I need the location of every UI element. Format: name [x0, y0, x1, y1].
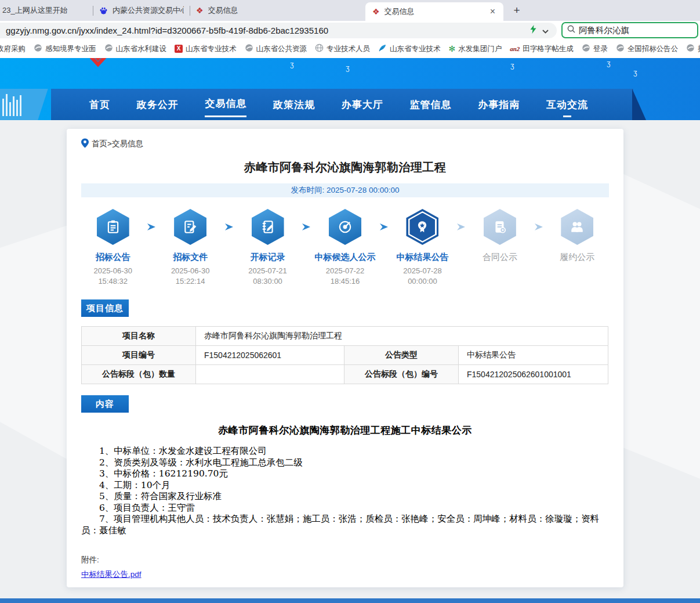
- nav-item-guide[interactable]: 办事指南: [478, 93, 520, 117]
- bookmark-item[interactable]: 山东省水利建设: [104, 44, 167, 54]
- attachment-pdf-link[interactable]: 中标结果公告.pdf: [81, 569, 142, 580]
- tab-trade-info-background[interactable]: ❖ 交易信息: [190, 0, 351, 21]
- bookmark-item[interactable]: 山东省专业技术: [378, 44, 441, 54]
- section-code-value: F1504212025062601001001: [459, 365, 608, 384]
- tab-baidu-search[interactable]: 内蒙公共资源交易中心官网_百度: [93, 0, 190, 21]
- page-title: 赤峰市阿鲁科尔沁旗陶海郭勒治理工程: [81, 160, 609, 175]
- project-name-label: 项目名称: [82, 327, 196, 346]
- globe-icon: [34, 44, 42, 54]
- site-logo-icon: ❖: [196, 6, 204, 15]
- site-header: ʒ ʒ ʒ ʒ ʒ 首页 政务公开 交易信息 政策法规 办事大厅 监管信息 办事…: [0, 58, 700, 120]
- bookmark-item[interactable]: 感知境界专业面: [34, 44, 96, 54]
- step-performance-publicity: 履约公示: [546, 209, 609, 286]
- globe-icon: [582, 44, 590, 54]
- url-field[interactable]: ggzyjy.nmg.gov.cn/jyxx/index_24.html?id=…: [0, 23, 557, 38]
- content-line: 5、质量：符合国家及行业标准: [81, 491, 609, 503]
- search-icon: [567, 25, 575, 35]
- project-code-label: 项目编号: [82, 346, 196, 365]
- new-tab-button[interactable]: +: [509, 3, 524, 19]
- bookmark-item[interactable]: 山东省公共资源: [245, 44, 307, 54]
- tab-trade-info-active[interactable]: ❖ 交易信息 ×: [365, 2, 503, 21]
- arrow-right-icon: [222, 223, 236, 286]
- step-tender-announcement[interactable]: 招标公告 2025-06-30 15:48:32: [81, 209, 144, 286]
- bookmark-item[interactable]: ✻水发集团门户: [449, 44, 502, 54]
- nav-item-service-hall[interactable]: 办事大厅: [342, 93, 383, 117]
- bookmark-item[interactable]: 全国招标公告公: [616, 44, 679, 54]
- red-x-icon: X: [175, 45, 183, 53]
- step-candidate-publicity[interactable]: 中标候选人公示 2025-07-22 18:45:16: [313, 209, 376, 286]
- address-bar: ggzyjy.nmg.gov.cn/jyxx/index_24.html?id=…: [0, 21, 700, 39]
- publish-time: 2025-07-28 00:00:00: [327, 186, 399, 194]
- footer-bar: [0, 598, 700, 603]
- content-line: 3、中标价格：16212190.70元: [81, 468, 609, 480]
- nav-item-home[interactable]: 首页: [89, 93, 110, 117]
- arrow-right-icon: [377, 223, 391, 286]
- announcement-content: 赤峰市阿鲁科尔沁旗陶海郭勒治理工程施工中标结果公示 1、中标单位：水发金水建设工…: [81, 424, 609, 536]
- publish-time-bar: 发布时间: 2025-07-28 00:00:00: [81, 183, 609, 197]
- document-pen-icon: [183, 219, 198, 234]
- search-input[interactable]: [579, 26, 692, 35]
- notebook-pen-icon: [260, 219, 275, 234]
- section-count-value: [196, 365, 344, 384]
- bookmark-item[interactable]: 操作说明: [686, 44, 700, 54]
- content-line: 4、工期：10个月: [81, 480, 609, 492]
- nav-item-trade-info[interactable]: 交易信息: [205, 92, 246, 117]
- barcode-decoration: [2, 94, 22, 116]
- process-steps: 招标公告 2025-06-30 15:48:32: [81, 209, 609, 286]
- section-code-label: 公告标段（包）编号: [344, 365, 459, 384]
- arrow-right-icon: [299, 223, 313, 286]
- step-tender-documents[interactable]: 招标文件 2025-06-30 15:22:14: [158, 209, 222, 286]
- content-line: 6、项目负责人：王守雷: [81, 503, 609, 514]
- location-pin-icon: [81, 138, 89, 150]
- globe-icon: [245, 44, 253, 54]
- url-text: ggzyjy.nmg.gov.cn/jyxx/index_24.html?id=…: [6, 26, 530, 35]
- nav-item-gov-disclosure[interactable]: 政务公开: [137, 93, 179, 117]
- section-header-project-info: 项目信息: [81, 299, 129, 317]
- announcement-type-label: 公告类型: [344, 346, 459, 365]
- mongolian-script-decoration: ʒ: [346, 64, 350, 72]
- globe-icon: [686, 44, 695, 54]
- lightning-icon[interactable]: [530, 25, 536, 36]
- section-count-label: 公告标段（包）数量: [82, 365, 196, 384]
- content-line: 2、资质类别及等级：水利水电工程施工总承包二级: [81, 457, 609, 469]
- breadcrumb[interactable]: 首页>交易信息: [81, 138, 609, 150]
- browser-window: 23_上网从这里开始 内蒙公共资源交易中心官网_百度 ❖ 交易信息 ❖ 交易信息…: [0, 0, 700, 603]
- webpage: ʒ ʒ ʒ ʒ ʒ 首页 政务公开 交易信息 政策法规 办事大厅 监管信息 办事…: [0, 58, 700, 603]
- bookmarks-bar: 政府采购 感知境界专业面 山东省水利建设 X山东省专业技术 山东省公共资源 专业…: [0, 39, 700, 58]
- table-row: 项目编号 F1504212025062601 公告类型 中标结果公告: [82, 346, 608, 365]
- globe-icon: [616, 44, 625, 54]
- tab-start-page[interactable]: 23_上网从这里开始: [0, 0, 93, 21]
- site-logo-icon: ❖: [372, 8, 380, 16]
- project-name-value: 赤峰市阿鲁科尔沁旗陶海郭勒治理工程: [196, 327, 608, 346]
- main-nav: 首页 政务公开 交易信息 政策法规 办事大厅 监管信息 办事指南 互动交流: [51, 89, 633, 120]
- step-result-announcement-current[interactable]: 中标结果公告 2025-07-28 00:00:00: [391, 209, 454, 286]
- chevron-down-icon[interactable]: [542, 26, 549, 36]
- mongolian-script-decoration: ʒ: [290, 60, 294, 68]
- nav-item-policies[interactable]: 政策法规: [273, 93, 315, 117]
- target-icon: [338, 219, 353, 234]
- project-info-table: 项目名称 赤峰市阿鲁科尔沁旗陶海郭勒治理工程 项目编号 F15042120250…: [81, 326, 608, 384]
- mongolian-script-decoration: ʒ: [633, 68, 637, 77]
- document-plus-icon: [492, 219, 507, 234]
- site-logo-partial: [85, 58, 111, 74]
- project-code-value: F1504212025062601: [196, 346, 344, 365]
- close-tab-icon[interactable]: ×: [489, 6, 496, 17]
- feather-icon: [378, 44, 387, 54]
- mongolian-script-decoration: ʒ: [607, 59, 611, 67]
- attachment-label: 附件:: [81, 555, 609, 565]
- section-header-content: 内容: [81, 395, 129, 413]
- arrow-right-icon: [454, 223, 468, 286]
- globe-icon: [104, 44, 113, 54]
- bookmark-item[interactable]: 政府采购: [0, 44, 26, 54]
- bookmark-item[interactable]: 登录: [582, 44, 608, 54]
- attachment-block: 附件: 中标结果公告.pdf: [81, 555, 609, 580]
- bookmark-item[interactable]: 专业技术人员: [315, 44, 370, 54]
- step-bid-opening-record[interactable]: 开标记录 2025-07-21 08:30:00: [236, 209, 299, 286]
- nav-item-supervision[interactable]: 监管信息: [410, 93, 452, 117]
- bookmark-item[interactable]: an2田字格字帖生成: [510, 44, 574, 54]
- search-box[interactable]: [561, 22, 698, 38]
- people-icon: [570, 219, 585, 234]
- nav-item-interaction[interactable]: 互动交流: [546, 93, 588, 117]
- bookmark-item[interactable]: X山东省专业技术: [175, 44, 237, 54]
- table-row: 公告标段（包）数量 公告标段（包）编号 F1504212025062601001…: [82, 365, 608, 384]
